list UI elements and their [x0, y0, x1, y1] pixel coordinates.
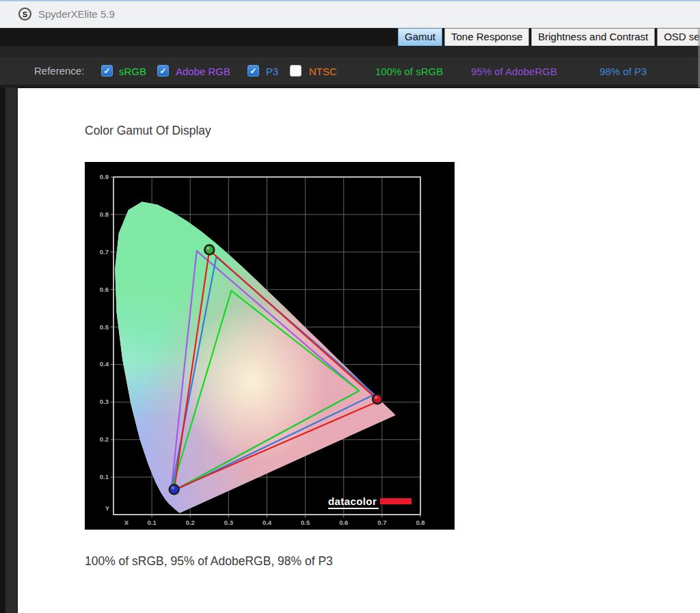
tab-brightness-contrast[interactable]: Brightness and Contrast: [531, 28, 655, 46]
tab-tone-response[interactable]: Tone Response: [444, 28, 529, 46]
svg-text:0.5: 0.5: [100, 323, 109, 331]
left-dark-strip: [0, 87, 17, 613]
svg-text:Y: Y: [105, 504, 110, 512]
label-ntsc: NTSC: [309, 66, 337, 77]
svg-text:0.4: 0.4: [100, 360, 109, 368]
svg-text:X: X: [124, 519, 129, 526]
label-adobe-rgb: Adobe RGB: [176, 66, 230, 77]
svg-text:0.3: 0.3: [100, 398, 109, 405]
tab-gamut[interactable]: Gamut: [398, 28, 442, 46]
app-logo-icon: S: [18, 8, 31, 21]
check-icon: ✓: [159, 67, 166, 75]
svg-text:0.1: 0.1: [100, 473, 109, 480]
svg-text:0.1: 0.1: [148, 519, 157, 526]
coverage-srgb: 100% of sRGB: [375, 66, 443, 77]
page-title: Color Gamut Of Display: [85, 124, 211, 138]
datacolor-logo-text: datacolor: [328, 496, 379, 509]
label-p3: P3: [266, 66, 278, 77]
datacolor-logo: datacolor: [328, 496, 412, 509]
label-srgb: sRGB: [119, 66, 146, 77]
datacolor-logo-bar: [380, 498, 412, 504]
tab-bar: Gamut Tone Response Brightness and Contr…: [0, 28, 700, 46]
reference-toolbar: Reference: ✓ sRGB ✓ Adobe RGB ✓ P3 ✓ NTS…: [0, 57, 700, 85]
coverage-caption: 100% of sRGB, 95% of AdobeRGB, 98% of P3: [85, 554, 333, 569]
chrome-band: [0, 46, 700, 57]
checkbox-adobe-rgb[interactable]: ✓: [157, 65, 169, 77]
checkbox-ntsc[interactable]: ✓: [290, 65, 301, 77]
window-titlebar: S SpyderXElite 5.9: [0, 0, 700, 28]
chromaticity-diagram: 0.10.20.30.40.50.60.70.80.10.20.30.40.50…: [85, 162, 455, 530]
svg-text:0.8: 0.8: [416, 519, 425, 526]
svg-text:0.2: 0.2: [186, 519, 195, 526]
svg-text:0.3: 0.3: [224, 519, 233, 526]
svg-text:0.4: 0.4: [262, 519, 272, 526]
checkbox-p3[interactable]: ✓: [247, 65, 259, 77]
svg-text:0.9: 0.9: [100, 173, 109, 180]
check-icon: ✓: [103, 67, 110, 75]
coverage-adobergb: 95% of AdobeRGB: [471, 66, 557, 77]
gamut-chart: 0.10.20.30.40.50.60.70.80.10.20.30.40.50…: [85, 162, 455, 530]
svg-text:0.2: 0.2: [100, 435, 109, 443]
svg-text:0.7: 0.7: [100, 248, 109, 256]
svg-text:0.7: 0.7: [377, 519, 386, 526]
window-title: SpyderXElite 5.9: [38, 8, 115, 20]
tab-osd-settings[interactable]: OSD settings: [657, 28, 700, 46]
svg-text:0.8: 0.8: [100, 210, 109, 218]
checkbox-srgb[interactable]: ✓: [101, 65, 113, 77]
reference-label: Reference:: [34, 65, 84, 77]
check-icon: ✓: [250, 67, 256, 75]
svg-text:0.6: 0.6: [100, 286, 109, 293]
coverage-p3: 98% of P3: [600, 66, 647, 77]
svg-text:0.6: 0.6: [339, 519, 348, 526]
svg-text:0.5: 0.5: [301, 519, 310, 526]
